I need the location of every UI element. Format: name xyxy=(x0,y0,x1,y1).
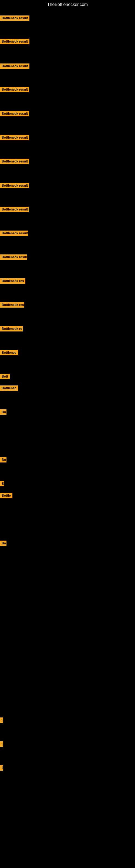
bottleneck-result-badge: Bottleneck result xyxy=(0,230,28,236)
bottleneck-result-badge: Bottleneck result xyxy=(0,111,29,116)
bottleneck-result-badge: Bottleneck result xyxy=(0,39,30,44)
bottleneck-result-badge: Bottleneck result xyxy=(0,87,29,92)
bottleneck-result-badge: Bottleneck re xyxy=(0,326,23,332)
bottleneck-result-badge: | xyxy=(0,717,3,723)
bottleneck-result-badge: Bottleneck result xyxy=(0,207,29,212)
bottleneck-result-badge: Bottleneck result xyxy=(0,16,30,21)
bottleneck-result-badge: Bottleneck result xyxy=(0,63,30,69)
bottleneck-result-badge: E xyxy=(0,765,3,771)
bottleneck-result-badge: Bo xyxy=(0,457,6,463)
bottleneck-result-badge: Bottleneck res xyxy=(0,302,24,308)
bottleneck-result-badge: Bottleneck result xyxy=(0,159,29,164)
bottleneck-result-badge: Bottlenec xyxy=(0,385,18,391)
bottleneck-result-badge: | xyxy=(0,741,3,747)
bottleneck-result-badge: Bottlenec xyxy=(0,350,18,355)
bottleneck-result-badge: Bott xyxy=(0,374,10,379)
bottleneck-result-badge: Bottle xyxy=(0,493,12,498)
bottleneck-result-badge: Bo xyxy=(0,540,6,546)
bottleneck-result-badge: Bottleneck res xyxy=(0,278,26,284)
bottleneck-result-badge: B xyxy=(0,481,4,486)
bottleneck-result-badge: Bottleneck result xyxy=(0,183,29,188)
site-title: TheBottlenecker.com xyxy=(0,0,135,9)
bottleneck-result-badge: Bo xyxy=(0,409,6,415)
bottleneck-result-badge: Bottleneck result xyxy=(0,254,27,260)
bottleneck-result-badge: Bottleneck result xyxy=(0,135,29,140)
